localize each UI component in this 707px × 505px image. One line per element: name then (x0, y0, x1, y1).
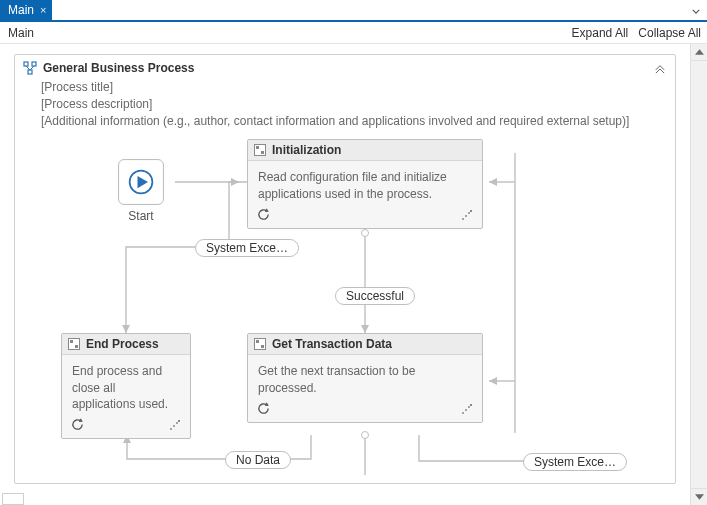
svg-rect-37 (178, 420, 180, 422)
edge-label-no-data[interactable]: No Data (225, 451, 291, 469)
tab-strip: Main × (0, 0, 707, 22)
tab-main[interactable]: Main × (0, 0, 52, 20)
state-machine-icon (68, 338, 80, 350)
svg-rect-0 (24, 62, 28, 66)
svg-marker-9 (122, 325, 130, 333)
node-get-transaction-title: Get Transaction Data (272, 337, 392, 351)
node-end-process-header: End Process (62, 334, 190, 355)
breadcrumb[interactable]: Main (8, 26, 34, 40)
svg-rect-25 (256, 340, 259, 343)
svg-rect-2 (28, 70, 32, 74)
designer-header: Main Expand All Collapse All (0, 22, 707, 44)
tab-main-label: Main (8, 3, 34, 17)
container-titlebar: General Business Process (15, 55, 675, 79)
svg-point-34 (170, 428, 172, 430)
meta-additional-info: [Additional information (e.g., author, c… (41, 113, 663, 130)
container-title: General Business Process (43, 61, 194, 75)
svg-marker-12 (489, 377, 497, 385)
meta-process-description: [Process description] (41, 96, 663, 113)
edge-label-successful[interactable]: Successful (335, 287, 415, 305)
node-initialization-title: Initialization (272, 143, 341, 157)
node-end-process[interactable]: End Process End process and close all ap… (61, 333, 191, 439)
node-get-transaction[interactable]: Get Transaction Data Get the next transa… (247, 333, 483, 422)
vertical-scrollbar[interactable] (690, 44, 707, 505)
node-end-process-title: End Process (86, 337, 159, 351)
edge-label-system-exception[interactable]: System Exce… (195, 239, 299, 257)
svg-rect-18 (256, 146, 259, 149)
svg-point-27 (462, 412, 464, 414)
scroll-up-button[interactable] (691, 44, 707, 61)
state-machine-icon (254, 144, 266, 156)
horizontal-scroll-stub[interactable] (2, 493, 24, 505)
svg-point-36 (176, 422, 178, 424)
svg-point-22 (468, 212, 470, 214)
node-get-transaction-desc: Get the next transaction to be processed… (258, 364, 415, 394)
node-get-transaction-header: Get Transaction Data (248, 334, 482, 355)
loop-icon (70, 418, 84, 432)
svg-rect-19 (261, 151, 264, 154)
designer-surface: General Business Process [Process title]… (0, 44, 707, 505)
meta-process-title: [Process title] (41, 79, 663, 96)
svg-marker-16 (138, 176, 149, 188)
svg-rect-26 (261, 345, 264, 348)
tab-close-button[interactable]: × (40, 5, 46, 16)
svg-point-21 (465, 215, 467, 217)
start-node-button[interactable] (118, 159, 164, 205)
loop-icon (256, 208, 270, 222)
loop-icon (256, 402, 270, 416)
container-annotations: [Process title] [Process description] [A… (15, 79, 675, 135)
svg-point-29 (468, 406, 470, 408)
start-node[interactable]: Start (109, 159, 173, 223)
tab-overflow-button[interactable] (689, 4, 703, 18)
node-initialization-header: Initialization (248, 140, 482, 161)
node-initialization[interactable]: Initialization Read configuration file a… (247, 139, 483, 228)
node-initialization-desc: Read configuration file and initialize a… (258, 170, 447, 200)
flowchart-icon (23, 61, 37, 75)
svg-rect-30 (470, 404, 472, 406)
flow-body: Start Initialization Read configuration … (15, 135, 675, 475)
svg-marker-39 (695, 494, 704, 499)
svg-marker-38 (695, 49, 704, 54)
scroll-down-button[interactable] (691, 488, 707, 505)
svg-point-28 (465, 409, 467, 411)
svg-marker-10 (489, 178, 497, 186)
more-icon[interactable] (460, 208, 474, 222)
svg-point-35 (173, 425, 175, 427)
svg-marker-8 (361, 325, 369, 333)
node-end-process-desc: End process and close all applications u… (72, 364, 168, 410)
scroll-track[interactable] (693, 61, 705, 488)
more-icon[interactable] (168, 418, 182, 432)
svg-rect-32 (70, 340, 73, 343)
more-icon[interactable] (460, 402, 474, 416)
svg-point-20 (462, 218, 464, 220)
collapse-container-button[interactable] (653, 62, 667, 76)
expand-all-button[interactable]: Expand All (572, 26, 629, 40)
svg-rect-23 (470, 210, 472, 212)
canvas[interactable]: General Business Process [Process title]… (0, 44, 690, 505)
flowchart-container[interactable]: General Business Process [Process title]… (14, 54, 676, 484)
edge-label-system-exception-2[interactable]: System Exce… (523, 453, 627, 471)
svg-rect-1 (32, 62, 36, 66)
collapse-all-button[interactable]: Collapse All (638, 26, 701, 40)
svg-rect-33 (75, 345, 78, 348)
state-machine-icon (254, 338, 266, 350)
start-node-label: Start (109, 209, 173, 223)
